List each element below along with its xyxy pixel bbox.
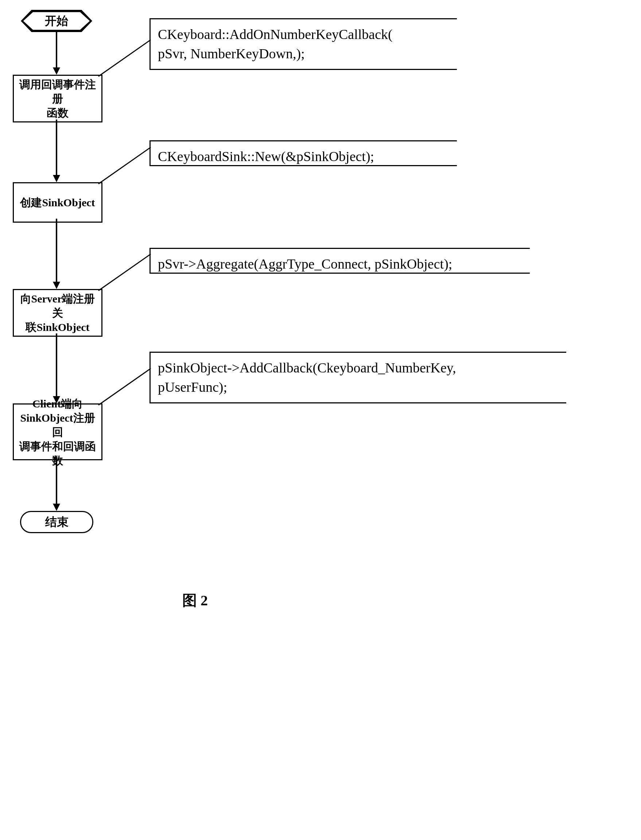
annotation-1: CKeyboard::AddOnNumberKeyCallback( pSvr,… [150,18,457,70]
flowchart-diagram: 开始 调用回调事件注册 函数 CKeyboard::AddOnNumberKey… [11,11,631,831]
process-4-label: Client端向 SinkObject注册回 调事件和回调函数 [16,397,100,467]
connector-2 [98,147,151,185]
process-4: Client端向 SinkObject注册回 调事件和回调函数 [13,403,103,460]
annotation-4: pSinkObject->AddCallback(Ckeyboard_Numbe… [150,352,566,403]
annotation-3: pSvr->Aggregate(AggrType_Connect, pSinkO… [150,248,530,274]
start-node: 开始 [22,11,91,31]
connector-3 [98,254,151,291]
arrow-head-5 [53,504,60,511]
annotation-1-text: CKeyboard::AddOnNumberKeyCallback( pSvr,… [158,27,393,61]
arrow-3 [56,218,57,283]
process-1-label: 调用回调事件注册 函数 [16,77,100,120]
process-3-label: 向Server端注册关 联SinkObject [16,292,100,334]
annotation-4-text: pSinkObject->AddCallback(Ckeyboard_Numbe… [158,360,456,395]
arrow-4 [56,334,57,397]
annotation-3-text: pSvr->Aggregate(AggrType_Connect, pSinkO… [158,256,452,271]
arrow-5 [56,457,57,505]
end-node: 结束 [20,511,93,533]
connector-1 [98,39,151,77]
connector-4 [98,368,151,406]
process-1: 调用回调事件注册 函数 [13,75,103,122]
arrow-head-3 [53,282,60,289]
process-2-label: 创建SinkObject [20,195,95,210]
start-label: 开始 [45,13,68,29]
figure-label: 图 2 [182,590,208,610]
arrow-head-1 [53,67,60,75]
arrow-2 [56,119,57,176]
annotation-2-text: CKeyboardSink::New(&pSinkObject); [158,149,374,164]
end-label: 结束 [45,514,69,530]
annotation-2: CKeyboardSink::New(&pSinkObject); [150,140,457,166]
process-3: 向Server端注册关 联SinkObject [13,289,103,337]
figure-label-text: 图 2 [182,592,208,609]
arrow-head-2 [53,175,60,182]
arrow-1 [56,32,57,69]
process-2: 创建SinkObject [13,182,103,223]
